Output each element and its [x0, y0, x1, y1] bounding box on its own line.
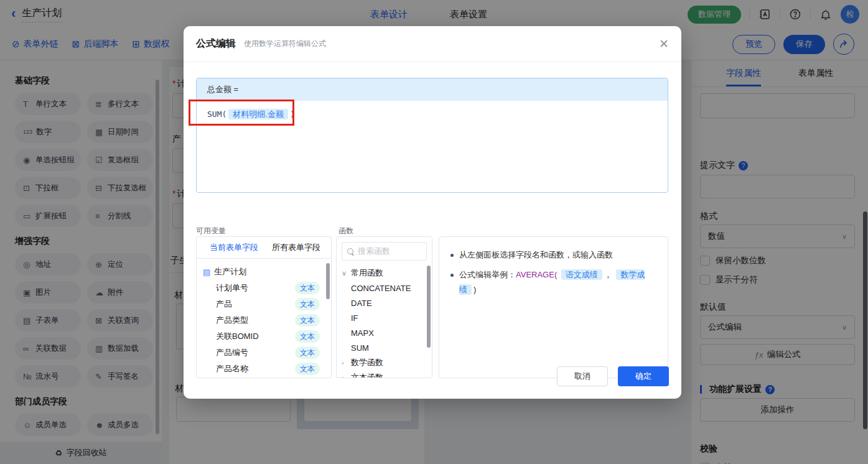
variable-row[interactable]: 产品名称文本 [203, 361, 325, 377]
functions-tree: ∨常用函数 CONCATENATE DATE IF MAPX SUM ›数学函数… [337, 266, 432, 378]
formula-target-label: 总金额 = [207, 84, 238, 95]
bullet-dot [450, 274, 454, 277]
formula-field-token[interactable]: 材料明细.金额 [228, 109, 288, 119]
confirm-button[interactable]: 确定 [618, 366, 669, 386]
modal-subtitle: 使用数学运算符编辑公式 [244, 39, 326, 49]
variable-row[interactable]: 产品文本 [203, 296, 325, 312]
app-window: ‹ 生产计划 表单设计 表单设置 数据管理 [0, 0, 868, 464]
type-badge: 文本 [295, 346, 320, 359]
modal-title: 公式编辑 [196, 37, 236, 50]
variables-tree: ▤ 生产计划 计划单号文本 产品文本 产品类型文本 关联BOMID文本 产品编号… [197, 259, 331, 377]
document-icon: ▤ [203, 267, 210, 277]
type-badge: 文本 [295, 282, 320, 294]
tree-root-label: 生产计划 [214, 266, 246, 277]
variables-scrollbar[interactable] [326, 263, 330, 299]
functions-section-label: 函数 [338, 226, 353, 236]
function-item[interactable]: MAPX [337, 325, 432, 340]
function-item[interactable]: SUM [337, 340, 432, 355]
function-item[interactable]: DATE [337, 295, 432, 310]
functions-scrollbar[interactable] [427, 266, 431, 348]
variable-row[interactable]: 计划单号文本 [203, 280, 325, 296]
chevron-collapsed-icon: › [342, 359, 348, 366]
modal-header: 公式编辑 使用数学运算符编辑公式 ✕ [184, 26, 681, 62]
type-badge: 文本 [295, 298, 320, 310]
variable-row[interactable]: 产品编号文本 [203, 345, 325, 361]
tab-current-form-fields[interactable]: 当前表单字段 [197, 242, 264, 253]
formula-edit-modal: 公式编辑 使用数学运算符编辑公式 ✕ 总金额 = SUM(材料明细.金额) 可用… [184, 26, 681, 399]
hint-line-1: 从左侧面板选择字段名和函数，或输入函数 [450, 248, 656, 262]
cancel-button[interactable]: 取消 [557, 366, 608, 386]
chevron-expanded-icon: ∨ [342, 269, 348, 277]
hint-example-prefix: 公式编辑举例： [459, 270, 516, 279]
hints-panel: 从左侧面板选择字段名和函数，或输入函数 公式编辑举例：AVERAGE( 语文成绩… [439, 236, 668, 378]
tree-root-node[interactable]: ▤ 生产计划 [203, 264, 325, 280]
variable-row[interactable]: 关联BOMID文本 [203, 328, 325, 345]
type-badge: 文本 [295, 330, 320, 343]
modal-footer: 取消 确定 [557, 366, 669, 386]
search-icon [347, 248, 354, 255]
variable-row[interactable]: 产品类型文本 [203, 312, 325, 328]
close-icon[interactable]: ✕ [659, 38, 669, 50]
function-group-text[interactable]: ›文本函数 [337, 370, 432, 378]
hint-close-paren: ) [474, 285, 476, 294]
hint-token-chinese-score: 语文成绩 [561, 269, 602, 280]
variables-panel: 当前表单字段 所有表单字段 ▤ 生产计划 计划单号文本 产品文本 产品类型文本 … [196, 236, 332, 378]
variables-section-label: 可用变量 [196, 226, 226, 236]
tab-all-form-fields[interactable]: 所有表单字段 [264, 242, 327, 253]
formula-editor[interactable]: 总金额 = SUM(材料明细.金额) [196, 78, 668, 193]
formula-close-paren: ) [290, 109, 295, 119]
functions-panel: 搜索函数 ∨常用函数 CONCATENATE DATE IF MAPX SUM … [336, 236, 432, 378]
function-search-box[interactable]: 搜索函数 [342, 242, 427, 261]
type-badge: 文本 [295, 314, 320, 327]
variables-tabs: 当前表单字段 所有表单字段 [197, 237, 331, 259]
type-badge: 文本 [295, 363, 320, 375]
hint-line-2: 公式编辑举例：AVERAGE( 语文成绩， 数学成绩) [450, 267, 656, 297]
formula-function: SUM( [207, 109, 226, 119]
function-item[interactable]: IF [337, 310, 432, 325]
formula-target-bar: 总金额 = [197, 78, 668, 101]
function-item[interactable]: CONCATENATE [337, 281, 432, 295]
bullet-dot [450, 254, 454, 257]
search-placeholder: 搜索函数 [358, 246, 390, 257]
hint-example-function: AVERAGE( [516, 270, 557, 279]
formula-body[interactable]: SUM(材料明细.金额) [197, 101, 668, 128]
hint-comma: ， [604, 270, 612, 279]
function-group-math[interactable]: ›数学函数 [337, 355, 432, 370]
function-group-common[interactable]: ∨常用函数 [337, 266, 432, 281]
chevron-collapsed-icon: › [342, 374, 348, 378]
